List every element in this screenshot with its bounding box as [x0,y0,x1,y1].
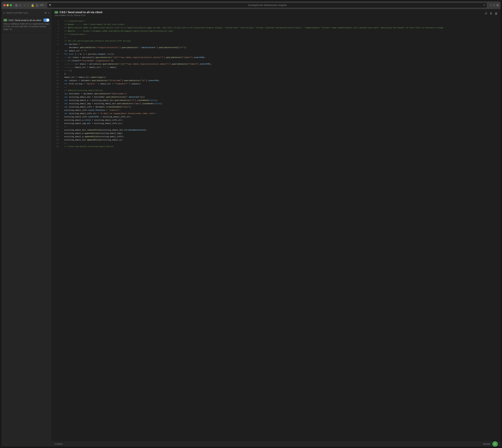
line-arrow [62,138,64,142]
line-number: 17 [53,76,59,79]
editor-area: JS CAS / Send email to all via client La… [52,9,501,447]
new-tab-icon[interactable]: + [493,4,495,7]
code-line: 26var existing_email_info = document.cre… [52,105,501,109]
line-content: existing_email_a.appendChild(existing_em… [64,135,499,138]
line-number: 1 [53,20,59,23]
share-icon[interactable]: ↑ [490,4,492,7]
line-number: 34 [53,132,59,135]
save-fab-button[interactable]: ✓ [492,441,498,447]
line-number: 28 [53,112,59,115]
line-number: 22 [53,92,59,96]
line-content: var persons = [64,43,499,46]
line-content: // @name········CAS·/·Send·email·to·all·… [64,23,499,26]
close-button[interactable] [3,4,6,6]
discard-button[interactable]: Discard [483,443,490,445]
back-button[interactable]: ‹ [23,3,26,7]
editor-title-area: JS CAS / Send email to all via client La… [55,11,483,16]
line-arrow [62,76,64,79]
line-arrow [62,125,64,128]
tabs-icon[interactable]: ⧉ [497,4,499,7]
script-item[interactable]: JS CAS / Send email to all via client Ad… [1,17,52,32]
code-line: 37-- [52,142,501,145]
code-line: 1// ==UserScript== [52,20,501,23]
refresh-icon[interactable]: ↺ [485,12,487,16]
line-number: 20 [53,86,59,89]
reload-icon[interactable]: ↺ [483,4,485,6]
line-content: var subject = document.querySelector("#f… [64,79,499,82]
search-icon: 🔍 [49,4,52,6]
hamburger-icon[interactable]: ≡ [3,12,5,14]
lock-icon: 🔒 [31,4,34,7]
line-number: 9 [53,49,59,53]
address-bar[interactable]: 🔍 Suchbegriff oder Websitenamen eingeben… [47,3,487,8]
code-line: 38// Clone·and·modify·existing·email·but… [52,145,501,148]
minimize-button[interactable] [7,4,9,6]
devtools-icon: </> [40,4,44,7]
code-line: 35existing_email_a.appendChild(existing_… [52,135,501,138]
delete-icon[interactable]: 🗑 [495,12,498,16]
line-arrow [62,135,64,138]
line-content: existing_email_div.removeChild(existing_… [64,128,499,132]
code-line: 27existing_email_info.style.fontSize = "… [52,109,501,112]
code-line: 10▸for (let i = 0; i < persons.length; i… [52,53,501,56]
code-line: 4// @match·······https://ecampus.adbk-nu… [52,30,501,33]
traffic-lights [3,4,12,6]
line-number: 7 [53,39,59,43]
download-icon[interactable]: ⬇ [490,12,492,16]
code-line: 20-- [52,86,501,89]
line-arrow [62,99,64,102]
code-line: 28var existing_email_info_str = "E-Mail … [52,112,501,115]
editor-header-actions: ↺ ⬇ 🗑 [485,12,498,16]
line-number: 31 [53,122,59,125]
line-arrow [62,36,64,39]
code-line: 36existing_email_div.appendChild(existin… [52,138,501,142]
toggle-switch[interactable] [43,18,49,22]
forward-button[interactable]: › [27,3,30,7]
home-icon[interactable]: ⌂ [19,4,21,7]
line-content: var href_string = 'mailto:' + email_str … [64,82,499,86]
line-number: 4 [53,30,59,33]
line-content: var existing_email_info_str = "E-Mail an… [64,112,499,115]
code-line: 6-- [52,36,501,39]
maximize-button[interactable] [10,4,12,6]
line-number: 15 [53,69,59,72]
line-arrow [62,92,64,96]
line-number: 16 [53,72,59,76]
code-line: 16}- [52,72,501,76]
code-line: 2// @name········CAS·/·Send·email·to·all… [52,23,501,26]
line-number: 27 [53,109,59,112]
code-line: 17email_str = email_str.substring(1); [52,76,501,79]
line-number: 33 [53,128,59,132]
line-content: // Rebuild·existing·email·button- [64,89,499,92]
line-content: document.querySelector('#registrationlis… [64,46,499,49]
line-arrow [62,132,64,135]
line-number: 32 [53,125,59,128]
code-line: 22var buttonbar = document.querySelector… [52,92,501,96]
line-arrow [62,89,64,92]
code-editor[interactable]: 1// ==UserScript==2// @name········CAS·/… [52,18,501,441]
line-content: existing_email_a.appendChild(existing_em… [64,132,499,135]
search-input[interactable] [6,12,43,14]
line-number: 13 [53,63,59,66]
code-line: document.querySelector('#registrationlis… [52,46,501,49]
script-name: CAS / Send email to all via client [9,19,42,21]
line-number: 12 [53,59,59,63]
line-arrow [62,49,64,53]
line-number: 24 [53,99,59,102]
editor-title: JS CAS / Send email to all via client [55,11,483,14]
editor-header: JS CAS / Send email to all via client La… [52,9,501,18]
line-content: -- [64,86,499,89]
line-content: var existing_email_info = document.creat… [64,105,499,109]
sidebar-toggle-icon[interactable]: ⊟ [15,4,17,7]
code-line: 7// Get·all·participating·contacts·and·w… [52,39,501,43]
line-arrow [62,142,64,145]
code-line: 3// @description·Adds·an·additional·mail… [52,26,501,30]
line-arrow [62,122,64,125]
line-content: -- [64,125,499,128]
add-script-icon[interactable]: + [48,12,49,14]
line-arrow [62,115,64,119]
line-number [53,46,59,49]
settings-icon[interactable]: ⚙ [45,12,47,14]
sidebar-header: ≡ ⚙ + [1,9,52,17]
js-badge: JS [3,19,7,21]
